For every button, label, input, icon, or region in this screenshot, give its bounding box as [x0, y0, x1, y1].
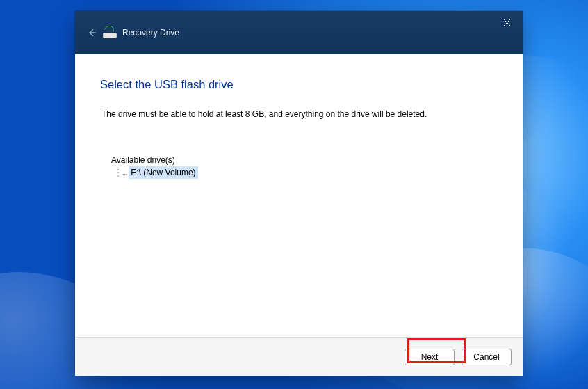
page-description: The drive must be able to hold at least … [101, 109, 498, 119]
drive-list-item[interactable]: ⋮… E:\ (New Volume) [114, 166, 498, 179]
cancel-button[interactable]: Cancel [462, 349, 512, 365]
back-arrow-icon[interactable] [83, 24, 100, 41]
window-title: Recovery Drive [122, 28, 179, 38]
drive-item-label: E:\ (New Volume) [129, 166, 197, 179]
recovery-drive-dialog: Recovery Drive Select the USB flash driv… [75, 11, 523, 376]
titlebar: Recovery Drive [75, 11, 523, 54]
tree-branch-icon: ⋮… [114, 168, 127, 177]
close-button[interactable] [491, 11, 523, 33]
page-heading: Select the USB flash drive [100, 78, 498, 91]
available-drives-section: Available drive(s) ⋮… E:\ (New Volume) [111, 155, 498, 179]
dialog-content: Select the USB flash drive The drive mus… [75, 54, 523, 337]
recovery-drive-icon [103, 27, 117, 38]
available-drives-label: Available drive(s) [111, 155, 498, 165]
next-button[interactable]: Next [405, 349, 455, 365]
dialog-footer: Next Cancel [75, 337, 523, 376]
